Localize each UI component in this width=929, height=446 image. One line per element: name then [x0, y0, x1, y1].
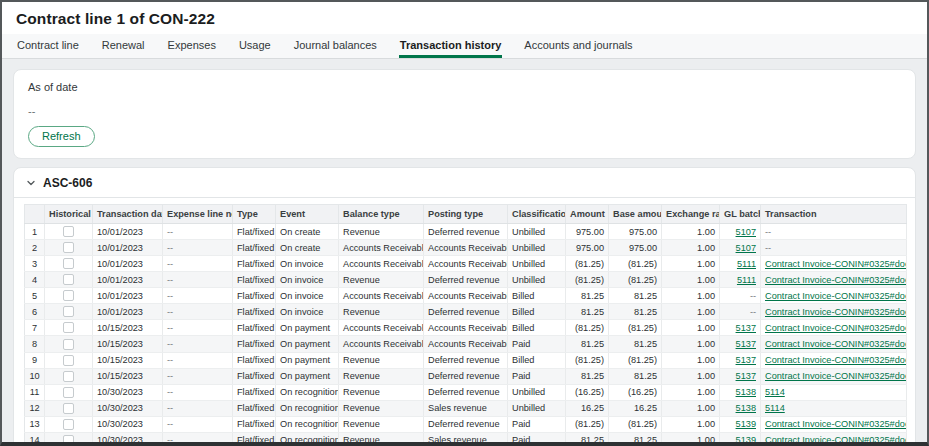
historical-checkbox[interactable]: [63, 403, 74, 414]
historical-checkbox[interactable]: [63, 371, 74, 382]
tab-journal-balances[interactable]: Journal balances: [293, 39, 378, 58]
historical-checkbox[interactable]: [63, 226, 74, 237]
table-row: 1210/30/2023--Flat/fixedOn recognitionRe…: [25, 400, 907, 416]
transaction-cell: Contract Invoice-CONIN#0325#doc: [761, 368, 907, 384]
asc-606-section-header[interactable]: ASC-606: [14, 168, 915, 198]
col-header-event: Event: [276, 205, 339, 224]
posting-type-cell: Deferred revenue: [424, 272, 508, 288]
balance-type-cell: Revenue: [339, 304, 424, 320]
tab-bar: Contract lineRenewalExpensesUsageJournal…: [2, 34, 927, 59]
transaction-date-cell: 10/15/2023: [93, 320, 163, 336]
historical-checkbox[interactable]: [63, 339, 74, 350]
table-row: 410/01/2023--Flat/fixedOn invoiceRevenue…: [25, 272, 907, 288]
posting-type-cell: Deferred revenue: [424, 416, 508, 432]
historical-checkbox[interactable]: [63, 387, 74, 398]
table-row: 1110/30/2023--Flat/fixedOn recognitionRe…: [25, 384, 907, 400]
type-cell: Flat/fixed: [233, 304, 276, 320]
type-cell: Flat/fixed: [233, 416, 276, 432]
historical-cell: [45, 288, 93, 304]
base-amount-cell: (81.25): [609, 416, 662, 432]
tab-renewal[interactable]: Renewal: [101, 39, 146, 58]
col-header-gl-batch: GL batch: [720, 205, 761, 224]
type-cell: Flat/fixed: [233, 432, 276, 442]
transaction-link[interactable]: Contract Invoice-CONIN#0325#doc: [765, 259, 907, 269]
historical-checkbox[interactable]: [63, 258, 74, 269]
historical-checkbox[interactable]: [63, 274, 74, 285]
col-header-balance-type: Balance type: [339, 205, 424, 224]
transaction-cell: 5114: [761, 384, 907, 400]
balance-type-cell: Revenue: [339, 368, 424, 384]
amount-cell: (16.25): [566, 384, 609, 400]
gl-batch-link[interactable]: 5139: [736, 419, 756, 429]
gl-batch-link[interactable]: 5107: [736, 227, 756, 237]
transaction-link[interactable]: Contract Invoice-CONIN#0325#doc: [765, 435, 907, 442]
gl-batch-link[interactable]: 5137: [736, 371, 756, 381]
chevron-down-icon: [26, 178, 36, 188]
gl-batch-link[interactable]: 5137: [736, 339, 756, 349]
historical-checkbox[interactable]: [63, 242, 74, 253]
transaction-link[interactable]: Contract Invoice-CONIN#0325#doc: [765, 371, 907, 381]
table-row: 910/15/2023--Flat/fixedOn paymentRevenue…: [25, 352, 907, 368]
gl-batch-cell: 5137: [720, 352, 761, 368]
gl-batch-cell: 5111: [720, 272, 761, 288]
gl-batch-cell: 5138: [720, 384, 761, 400]
transaction-cell: Contract Invoice-CONIN#0325#doc: [761, 352, 907, 368]
amount-cell: 16.25: [566, 400, 609, 416]
gl-batch-link[interactable]: 5138: [736, 387, 756, 397]
historical-checkbox[interactable]: [63, 290, 74, 301]
base-amount-cell: (81.25): [609, 352, 662, 368]
transaction-cell: Contract Invoice-CONIN#0325#doc: [761, 288, 907, 304]
event-cell: On recognition: [276, 384, 339, 400]
table-row: 710/15/2023--Flat/fixedOn paymentAccount…: [25, 320, 907, 336]
refresh-button[interactable]: Refresh: [28, 126, 95, 147]
historical-checkbox[interactable]: [63, 419, 74, 430]
col-header-historical: Historical: [45, 205, 93, 224]
gl-batch-link[interactable]: 5111: [737, 259, 756, 269]
transaction-link[interactable]: Contract Invoice-CONIN#0325#doc: [765, 355, 907, 365]
gl-batch-link[interactable]: 5137: [736, 355, 756, 365]
gl-batch-cell: 5138: [720, 400, 761, 416]
table-row: 1410/30/2023--Flat/fixedOn recognitionRe…: [25, 432, 907, 442]
tab-transaction-history[interactable]: Transaction history: [399, 39, 502, 58]
historical-cell: [45, 240, 93, 256]
transaction-link[interactable]: Contract Invoice-CONIN#0325#doc: [765, 307, 907, 317]
gl-batch-link[interactable]: 5138: [736, 403, 756, 413]
transaction-cell: Contract Invoice-CONIN#0325#doc: [761, 272, 907, 288]
row-number: 9: [25, 352, 45, 368]
table-row: 210/01/2023--Flat/fixedOn createAccounts…: [25, 240, 907, 256]
tab-usage[interactable]: Usage: [238, 39, 272, 58]
transaction-link[interactable]: Contract Invoice-CONIN#0325#doc: [765, 323, 907, 333]
gl-batch-cell: 5137: [720, 368, 761, 384]
col-header-expense-line-no: Expense line no.: [163, 205, 233, 224]
table-row: 1010/15/2023--Flat/fixedOn paymentRevenu…: [25, 368, 907, 384]
tab-contract-line[interactable]: Contract line: [16, 39, 80, 58]
transaction-link[interactable]: Contract Invoice-CONIN#0325#doc: [765, 339, 907, 349]
table-row: 310/01/2023--Flat/fixedOn invoiceAccount…: [25, 256, 907, 272]
gl-batch-cell: 5139: [720, 432, 761, 442]
historical-checkbox[interactable]: [63, 322, 74, 333]
transaction-link[interactable]: Contract Invoice-CONIN#0325#doc: [765, 275, 907, 285]
transaction-link[interactable]: 5114: [765, 403, 785, 413]
transaction-link[interactable]: 5114: [765, 387, 785, 397]
tab-expenses[interactable]: Expenses: [167, 39, 217, 58]
gl-batch-link[interactable]: 5111: [737, 275, 756, 285]
tab-accounts-and-journals[interactable]: Accounts and journals: [523, 39, 633, 58]
exchange-rate-cell: 1.00: [662, 400, 720, 416]
gl-batch-link[interactable]: 5107: [736, 243, 756, 253]
transaction-cell: Contract Invoice-CONIN#0325#doc: [761, 304, 907, 320]
gl-batch-link[interactable]: 5139: [736, 435, 756, 442]
historical-checkbox[interactable]: [63, 306, 74, 317]
transaction-link[interactable]: Contract Invoice-CONIN#0325#doc: [765, 419, 907, 429]
transaction-link[interactable]: Contract Invoice-CONIN#0325#doc: [765, 291, 907, 301]
event-cell: On payment: [276, 352, 339, 368]
expense-line-no-cell: --: [163, 288, 233, 304]
section-title: ASC-606: [43, 176, 92, 190]
historical-cell: [45, 416, 93, 432]
historical-checkbox[interactable]: [63, 435, 74, 442]
amount-cell: (81.25): [566, 416, 609, 432]
exchange-rate-cell: 1.00: [662, 240, 720, 256]
gl-batch-cell: 5137: [720, 336, 761, 352]
historical-checkbox[interactable]: [63, 355, 74, 366]
exchange-rate-cell: 1.00: [662, 336, 720, 352]
gl-batch-link[interactable]: 5137: [736, 323, 756, 333]
